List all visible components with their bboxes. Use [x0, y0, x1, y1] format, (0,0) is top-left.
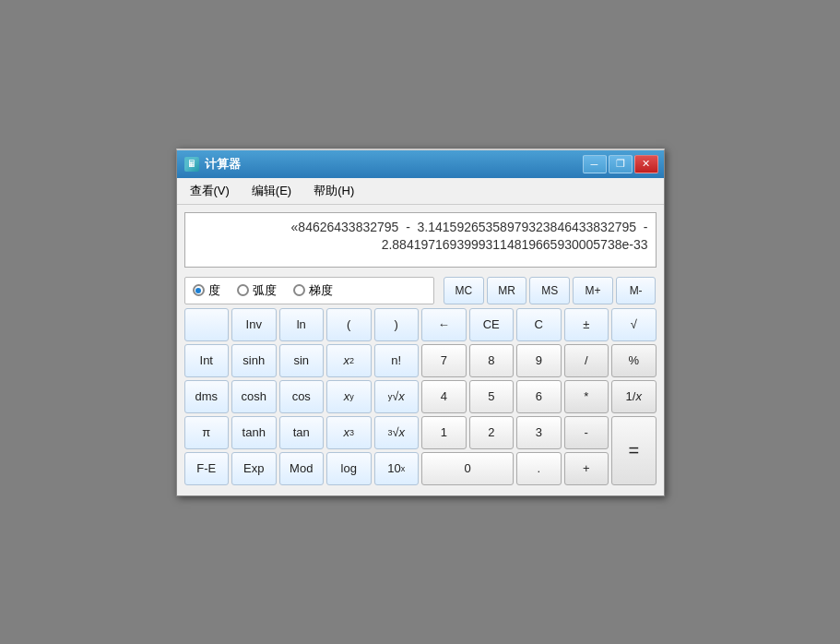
mode-degrees-label: 度	[208, 282, 220, 299]
0-button[interactable]: 0	[421, 452, 514, 485]
window-controls: ─ ❐ ✕	[583, 155, 658, 173]
mminus-button[interactable]: M-	[616, 277, 657, 304]
sin-button[interactable]: sin	[279, 344, 325, 377]
display-value: «84626433832795 - 3.14159265358979323846…	[291, 220, 648, 253]
calculator-window: 🖩 计算器 ─ ❐ ✕ 查看(V) 编辑(E) 帮助(H) «846264338…	[176, 149, 665, 496]
2-button[interactable]: 2	[469, 416, 515, 449]
memory-buttons: MC MR MS M+ M-	[444, 277, 656, 304]
fe-button[interactable]: F-E	[184, 452, 230, 485]
5-button[interactable]: 5	[469, 380, 515, 413]
mr-button[interactable]: MR	[487, 277, 527, 304]
mplus-button[interactable]: M+	[573, 277, 613, 304]
4-button[interactable]: 4	[421, 380, 467, 413]
xy-button[interactable]: xy	[326, 380, 372, 413]
button-row-2: Int sinh sin x2 n! 7 8 9 / %	[184, 344, 657, 377]
button-row-3: dms cosh cos xy y√x 4 5 6 * 1/x	[184, 380, 657, 413]
decimal-button[interactable]: .	[516, 452, 562, 485]
add-button[interactable]: +	[564, 452, 609, 485]
calculator-body: 度 弧度 梯度 MC MR MS M+ M-	[177, 273, 664, 495]
blank-button[interactable]	[184, 308, 230, 341]
mode-gradians-label: 梯度	[309, 282, 333, 299]
mode-radians-label: 弧度	[253, 282, 277, 299]
multiply-button[interactable]: *	[564, 380, 609, 413]
ce-button[interactable]: CE	[469, 308, 515, 341]
log-button[interactable]: log	[326, 452, 372, 485]
exp-button[interactable]: Exp	[231, 452, 277, 485]
menu-bar: 查看(V) 编辑(E) 帮助(H)	[177, 178, 664, 205]
cbrt-button[interactable]: 3√x	[374, 416, 420, 449]
yroots-button[interactable]: y√x	[374, 380, 420, 413]
1-button[interactable]: 1	[421, 416, 467, 449]
title-left: 🖩 计算器	[184, 156, 241, 173]
radio-degrees[interactable]	[193, 284, 205, 296]
restore-button[interactable]: ❐	[609, 155, 633, 173]
mode-memory-row: 度 弧度 梯度 MC MR MS M+ M-	[184, 277, 657, 304]
menu-help[interactable]: 帮助(H)	[308, 181, 360, 201]
6-button[interactable]: 6	[516, 380, 562, 413]
percent-button[interactable]: %	[611, 344, 657, 377]
x2-button[interactable]: x2	[326, 344, 372, 377]
cosh-button[interactable]: cosh	[231, 380, 277, 413]
8-button[interactable]: 8	[469, 344, 515, 377]
9-button[interactable]: 9	[516, 344, 562, 377]
close-button[interactable]: ✕	[634, 155, 658, 173]
10x-button[interactable]: 10x	[374, 452, 420, 485]
factorial-button[interactable]: n!	[374, 344, 420, 377]
radio-radians[interactable]	[237, 284, 249, 296]
reciprocal-button[interactable]: 1/x	[611, 380, 657, 413]
cos-button[interactable]: cos	[279, 380, 325, 413]
rparen-button[interactable]: )	[374, 308, 420, 341]
tanh-button[interactable]: tanh	[231, 416, 277, 449]
button-row-1: Inv ln ( ) ← CE C ± √	[184, 308, 657, 341]
c-button[interactable]: C	[516, 308, 562, 341]
7-button[interactable]: 7	[421, 344, 467, 377]
window-title: 计算器	[205, 156, 241, 173]
menu-view[interactable]: 查看(V)	[184, 181, 235, 201]
inv-button[interactable]: Inv	[231, 308, 277, 341]
pi-button[interactable]: π	[184, 416, 230, 449]
app-icon: 🖩	[184, 157, 199, 172]
mode-gradians[interactable]: 梯度	[293, 282, 333, 299]
mode-radians[interactable]: 弧度	[237, 282, 277, 299]
divide-button[interactable]: /	[564, 344, 609, 377]
minimize-button[interactable]: ─	[583, 155, 607, 173]
plusminus-button[interactable]: ±	[564, 308, 609, 341]
display: «84626433832795 - 3.14159265358979323846…	[184, 212, 657, 268]
sqrt-button[interactable]: √	[611, 308, 657, 341]
mc-button[interactable]: MC	[444, 277, 484, 304]
int-button[interactable]: Int	[184, 344, 230, 377]
x3-button[interactable]: x3	[326, 416, 372, 449]
ms-button[interactable]: MS	[529, 277, 570, 304]
dms-button[interactable]: dms	[184, 380, 230, 413]
mode-degrees[interactable]: 度	[193, 282, 220, 299]
ln-button[interactable]: ln	[279, 308, 325, 341]
equals-button[interactable]: =	[611, 416, 657, 485]
3-button[interactable]: 3	[516, 416, 562, 449]
sinh-button[interactable]: sinh	[231, 344, 277, 377]
subtract-button[interactable]: -	[564, 416, 609, 449]
lparen-button[interactable]: (	[326, 308, 372, 341]
title-bar: 🖩 计算器 ─ ❐ ✕	[177, 150, 664, 178]
mode-section: 度 弧度 梯度	[184, 277, 435, 304]
mod-button[interactable]: Mod	[279, 452, 325, 485]
button-rows-4-5: π tanh tan x3 3√x 1 2 3 - = F-E Exp Mod …	[184, 416, 657, 485]
tan-button[interactable]: tan	[279, 416, 325, 449]
backspace-button[interactable]: ←	[421, 308, 467, 341]
radio-gradians[interactable]	[293, 284, 305, 296]
menu-edit[interactable]: 编辑(E)	[246, 181, 297, 201]
